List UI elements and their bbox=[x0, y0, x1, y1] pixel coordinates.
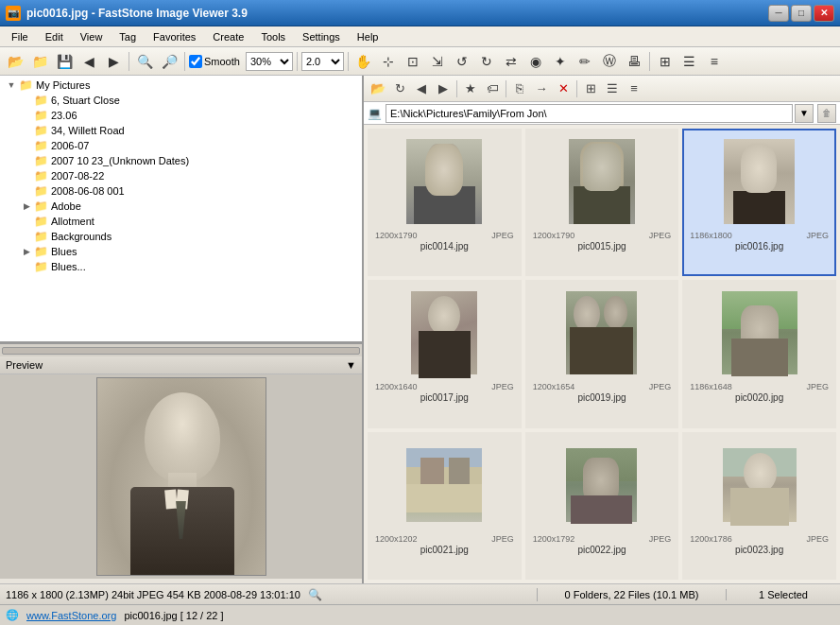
smooth-checkbox[interactable] bbox=[189, 55, 202, 68]
tree-item-backgrounds[interactable]: 📁 Backgrounds bbox=[2, 229, 360, 244]
save-button[interactable]: 💾 bbox=[53, 50, 76, 73]
back-button[interactable]: ◀ bbox=[77, 50, 100, 73]
rt-back-button[interactable]: ◀ bbox=[411, 78, 432, 99]
tree-item-mypictures[interactable]: ▼ 📁 My Pictures bbox=[2, 78, 360, 93]
thumbnail-grid: 1200x1790 JPEG pic0014.jpg 1200x1790 JPE… bbox=[364, 125, 840, 583]
details-view-button[interactable]: ≡ bbox=[703, 50, 726, 73]
thumb-pic0014[interactable]: 1200x1790 JPEG pic0014.jpg bbox=[368, 129, 522, 276]
rt-details-button[interactable]: ≡ bbox=[624, 78, 644, 99]
thumb-pic0021[interactable]: 1200x1202 JPEG pic0021.jpg bbox=[368, 432, 522, 580]
tree-label-backgrounds: Backgrounds bbox=[51, 231, 111, 242]
thumb-name-pic0023: pic0023.jpg bbox=[735, 545, 783, 555]
rt-refresh-button[interactable]: ↻ bbox=[389, 78, 410, 99]
zoom-in-button[interactable]: 🔍 bbox=[133, 50, 156, 73]
maximize-button[interactable]: □ bbox=[791, 5, 812, 22]
tree-hscrollbar[interactable] bbox=[0, 343, 362, 356]
list-view-button[interactable]: ☰ bbox=[678, 50, 701, 73]
menu-tools[interactable]: Tools bbox=[253, 29, 293, 44]
menu-file[interactable]: File bbox=[4, 29, 36, 44]
tree-item-200607[interactable]: 📁 2006-07 bbox=[2, 138, 360, 153]
separator-3 bbox=[297, 52, 298, 71]
address-input[interactable] bbox=[386, 104, 793, 123]
rt-open-button[interactable]: 📂 bbox=[368, 78, 388, 99]
tree-item-2306[interactable]: 📁 23.06 bbox=[2, 108, 360, 123]
zoom-icon[interactable]: 🔍 bbox=[308, 588, 322, 601]
rt-list-button[interactable]: ☰ bbox=[602, 78, 623, 99]
tree-item-adobe[interactable]: ▶ 📁 Adobe bbox=[2, 199, 360, 214]
menu-settings[interactable]: Settings bbox=[295, 29, 348, 44]
print-button[interactable]: 🖶 bbox=[623, 50, 645, 73]
status-selected-info: 1 Selected bbox=[727, 589, 840, 600]
tree-label-20070822: 2007-08-22 bbox=[51, 170, 104, 182]
zoom-out-button[interactable]: 🔎 bbox=[158, 50, 180, 73]
tree-item-blues[interactable]: ▶ 📁 Blues bbox=[2, 244, 360, 259]
website-link[interactable]: www.FastStone.org bbox=[26, 610, 116, 621]
thumb-pic0015[interactable]: 1200x1790 JPEG pic0015.jpg bbox=[525, 129, 679, 276]
tree-item-blues2[interactable]: 📁 Blues... bbox=[2, 259, 360, 274]
zoom-select[interactable]: 30%50%75%100% bbox=[246, 52, 293, 71]
rt-sep-3 bbox=[576, 80, 577, 97]
select-tool-button[interactable]: ⊹ bbox=[377, 50, 400, 73]
thumb-pic0017[interactable]: 1200x1640 JPEG pic0017.jpg bbox=[368, 280, 522, 427]
hand-tool-button[interactable]: ✋ bbox=[352, 50, 375, 73]
color-button[interactable]: ◉ bbox=[524, 50, 547, 73]
tree-item-20071023[interactable]: 📁 2007 10 23_(Unknown Dates) bbox=[2, 153, 360, 168]
forward-button[interactable]: ▶ bbox=[102, 50, 125, 73]
thumb-pic0019[interactable]: 1200x1654 JPEG pic0019.jpg bbox=[525, 280, 679, 427]
rt-forward-button[interactable]: ▶ bbox=[433, 78, 454, 99]
rt-grid-button[interactable]: ⊞ bbox=[580, 78, 601, 99]
address-dropdown-button[interactable]: ▼ bbox=[795, 104, 814, 123]
rt-sep-1 bbox=[456, 80, 457, 97]
effects-button[interactable]: ✦ bbox=[549, 50, 572, 73]
menu-create[interactable]: Create bbox=[205, 29, 251, 44]
rt-delete-button[interactable]: ✕ bbox=[553, 78, 574, 99]
separator-5 bbox=[649, 52, 650, 71]
menu-edit[interactable]: Edit bbox=[38, 29, 71, 44]
menu-view[interactable]: View bbox=[73, 29, 111, 44]
resize-button[interactable]: ⇲ bbox=[426, 50, 449, 73]
close-button[interactable]: ✕ bbox=[814, 5, 834, 22]
status-bar: 1186 x 1800 (2.13MP) 24bit JPEG 454 KB 2… bbox=[0, 583, 840, 604]
rotate-left-button[interactable]: ↺ bbox=[451, 50, 473, 73]
folder-tree[interactable]: ▼ 📁 My Pictures 📁 6, Stuart Close 📁 23.0… bbox=[0, 76, 362, 343]
main-area: ▼ 📁 My Pictures 📁 6, Stuart Close 📁 23.0… bbox=[0, 76, 840, 583]
draw-button[interactable]: ✏ bbox=[574, 50, 596, 73]
tree-item-stuartclose[interactable]: 📁 6, Stuart Close bbox=[2, 93, 360, 108]
tree-item-allotment[interactable]: 📁 Allotment bbox=[2, 214, 360, 229]
tree-item-willettroad[interactable]: 📁 34, Willett Road bbox=[2, 123, 360, 138]
grid-view-button[interactable]: ⊞ bbox=[654, 50, 677, 73]
watermark-button[interactable]: Ⓦ bbox=[598, 50, 621, 73]
open-button[interactable]: 📂 bbox=[4, 50, 26, 73]
rotate-right-button[interactable]: ↻ bbox=[475, 50, 498, 73]
thumb-pic0016[interactable]: 1186x1800 JPEG pic0016.jpg bbox=[682, 129, 836, 276]
menu-tag[interactable]: Tag bbox=[111, 29, 144, 44]
preview-toggle[interactable]: ▼ bbox=[346, 359, 356, 371]
thumb-pic0023[interactable]: 1200x1786 JPEG pic0023.jpg bbox=[682, 432, 836, 580]
photo-1-img bbox=[406, 139, 482, 224]
rt-move-button[interactable]: → bbox=[531, 78, 552, 99]
minimize-button[interactable]: ─ bbox=[768, 5, 789, 22]
photo-outdoor-img bbox=[722, 291, 797, 374]
separator-4 bbox=[348, 52, 349, 71]
thumb-pic0020[interactable]: 1186x1648 JPEG pic0020.jpg bbox=[682, 280, 836, 427]
thumb-pic0022[interactable]: 1200x1792 JPEG pic0022.jpg bbox=[525, 432, 679, 580]
address-clear-button[interactable]: 🗑 bbox=[817, 104, 836, 123]
rt-copy-button[interactable]: ⎘ bbox=[509, 78, 530, 99]
tree-item-20080608[interactable]: 📁 2008-06-08 001 bbox=[2, 183, 360, 199]
open-folder-button[interactable]: 📁 bbox=[28, 50, 51, 73]
folder-icon-20080608: 📁 bbox=[34, 184, 48, 198]
flip-h-button[interactable]: ⇄ bbox=[500, 50, 523, 73]
menu-help[interactable]: Help bbox=[350, 29, 386, 44]
tree-item-20070822[interactable]: 📁 2007-08-22 bbox=[2, 168, 360, 183]
rt-color-tag-button[interactable]: 🏷 bbox=[482, 78, 503, 99]
crop-button[interactable]: ⊡ bbox=[402, 50, 424, 73]
preview-content bbox=[0, 374, 362, 579]
expander-mypictures[interactable]: ▼ bbox=[4, 80, 19, 90]
rt-star-button[interactable]: ★ bbox=[460, 78, 481, 99]
window-title: pic0016.jpg - FastStone Image Viewer 3.9 bbox=[26, 7, 768, 20]
tree-label-20071023: 2007 10 23_(Unknown Dates) bbox=[51, 155, 189, 166]
version-select[interactable]: 2.0 bbox=[301, 52, 344, 71]
menu-favorites[interactable]: Favorites bbox=[146, 29, 203, 44]
thumb-img-pic0015 bbox=[531, 134, 674, 229]
thumb-img-pic0021 bbox=[373, 438, 516, 532]
